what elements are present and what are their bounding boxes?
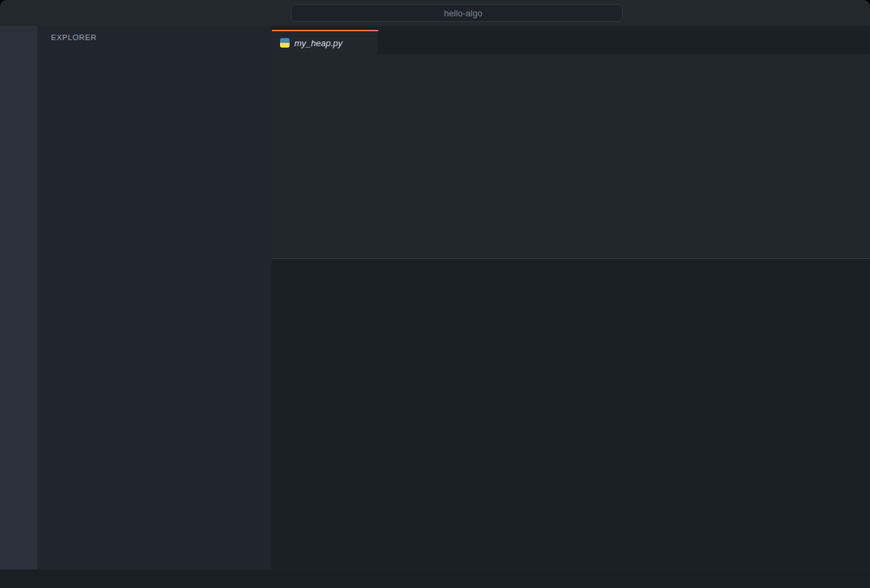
search-icon	[431, 9, 440, 18]
activity-bar	[0, 26, 37, 570]
minimap[interactable]	[812, 65, 863, 228]
command-center-search[interactable]: hello-algo	[291, 4, 623, 22]
tab-strip: my_heap.py	[272, 26, 870, 54]
minimize-window-button[interactable]	[24, 9, 33, 17]
maximize-window-button[interactable]	[38, 9, 46, 17]
traffic-lights	[11, 9, 46, 17]
sidebar-header: EXPLORER	[37, 26, 271, 49]
bottom-panel	[272, 258, 870, 570]
explorer-sidebar: EXPLORER	[37, 26, 272, 570]
workbench: EXPLORER my_heap.py	[0, 26, 870, 570]
vscode-window: hello-algo EXPLORER my_heap.py	[0, 0, 870, 588]
editor-group: my_heap.py	[272, 26, 870, 570]
code-editor[interactable]	[272, 73, 870, 258]
sidebar-title: EXPLORER	[51, 33, 97, 41]
search-text: hello-algo	[444, 8, 482, 18]
status-bar	[0, 570, 870, 588]
close-tab-icon[interactable]	[361, 38, 371, 48]
panel-tab-bar	[272, 259, 870, 285]
title-bar: hello-algo	[0, 0, 870, 26]
explorer-more-actions-icon[interactable]	[249, 32, 260, 43]
terminal[interactable]	[272, 285, 870, 302]
tab-my-heap[interactable]: my_heap.py	[272, 30, 379, 54]
close-window-button[interactable]	[11, 9, 19, 17]
tab-label: my_heap.py	[294, 38, 356, 48]
python-file-icon	[280, 38, 290, 48]
breadcrumb	[272, 54, 870, 73]
